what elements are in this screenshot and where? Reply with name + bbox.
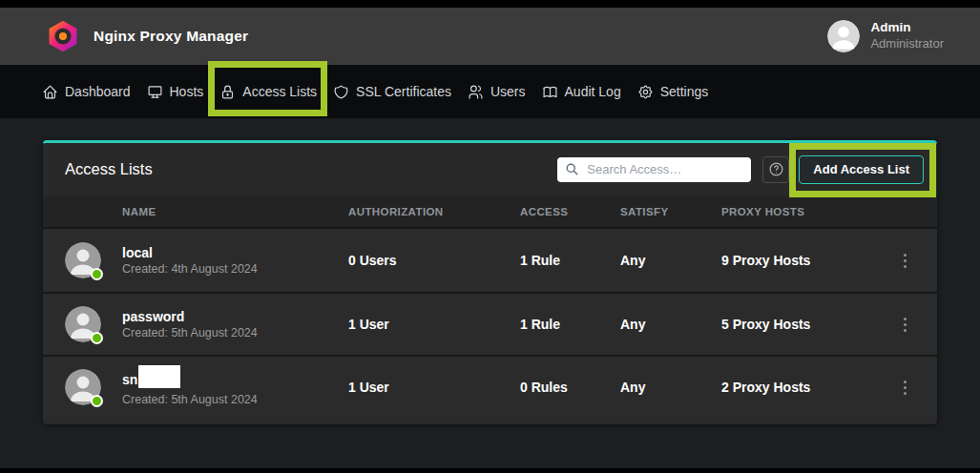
nav-item-ssl-certificates[interactable]: SSL Certificates — [333, 84, 451, 100]
satisfy-value: Any — [620, 253, 721, 268]
authorization-value: 1 User — [348, 380, 520, 395]
users-icon — [468, 84, 484, 100]
created-date: Created: 5th August 2024 — [122, 326, 348, 339]
nav-item-audit-log[interactable]: Audit Log — [542, 84, 621, 100]
row-actions-menu-icon[interactable] — [895, 248, 914, 273]
search-input[interactable] — [557, 157, 751, 182]
access-list-avatar — [65, 369, 101, 405]
redaction-box — [138, 365, 180, 388]
column-header-authorization: AUTHORIZATION — [348, 206, 520, 217]
access-list-name: sn — [122, 368, 348, 391]
row-actions-menu-icon[interactable] — [895, 312, 914, 337]
table-row: password Created: 5th August 2024 1 User… — [43, 292, 937, 355]
shield-icon — [333, 84, 349, 100]
nav-item-access-lists[interactable]: Access Lists — [219, 84, 317, 100]
panel-header: Access Lists Add Access List — [43, 143, 937, 195]
app-title: Nginx Proxy Manager — [94, 28, 248, 45]
book-icon — [542, 84, 558, 100]
proxy-hosts-value: 9 Proxy Hosts — [721, 253, 893, 268]
help-circle-icon — [768, 161, 784, 177]
nav-item-users[interactable]: Users — [468, 84, 526, 100]
column-header-satisfy: SATISFY — [620, 206, 721, 217]
column-header-access: ACCESS — [520, 206, 620, 217]
monitor-icon — [147, 84, 163, 100]
user-name: Admin — [870, 20, 944, 36]
created-date: Created: 5th August 2024 — [122, 393, 348, 406]
proxy-hosts-value: 5 Proxy Hosts — [721, 317, 893, 332]
main-nav: Dashboard Hosts Access Lists SSL Certifi… — [0, 65, 980, 118]
home-icon — [42, 84, 58, 100]
column-header-name: NAME — [122, 206, 348, 217]
search-icon — [565, 162, 579, 176]
proxy-hosts-value: 2 Proxy Hosts — [721, 380, 893, 395]
status-online-dot — [91, 332, 103, 344]
access-list-avatar — [65, 306, 101, 342]
status-online-dot — [91, 268, 103, 280]
table-row: local Created: 4th August 2024 0 Users 1… — [43, 229, 937, 292]
authorization-value: 0 Users — [348, 253, 520, 268]
access-value: 0 Rules — [520, 380, 620, 395]
row-actions-menu-icon[interactable] — [895, 375, 914, 400]
help-button[interactable] — [762, 156, 789, 183]
user-role: Administrator — [870, 36, 944, 51]
user-avatar — [827, 20, 860, 52]
table-row: sn Created: 5th August 2024 1 User 0 Rul… — [43, 355, 937, 418]
gear-icon — [637, 84, 654, 100]
app-header: Nginx Proxy Manager Admin Administrator — [0, 8, 980, 65]
add-access-list-button[interactable]: Add Access List — [799, 155, 924, 184]
nav-item-dashboard[interactable]: Dashboard — [42, 84, 131, 100]
column-header-proxy-hosts: PROXY HOSTS — [721, 206, 893, 217]
nav-item-hosts[interactable]: Hosts — [147, 84, 204, 100]
user-menu[interactable]: Admin Administrator — [827, 20, 944, 52]
satisfy-value: Any — [620, 380, 721, 395]
created-date: Created: 4th August 2024 — [122, 262, 348, 276]
screen: Nginx Proxy Manager Admin Administrator … — [0, 0, 980, 473]
access-list-name: password — [122, 309, 348, 324]
nginx-proxy-manager-logo-icon — [46, 19, 80, 53]
nav-item-settings[interactable]: Settings — [637, 84, 709, 100]
access-value: 1 Rule — [520, 253, 620, 268]
page-content: Access Lists Add Access List NAME AUTHOR… — [0, 118, 980, 468]
table-header: NAME AUTHORIZATION ACCESS SATISFY PROXY … — [43, 195, 937, 229]
access-lists-panel: Access Lists Add Access List NAME AUTHOR… — [43, 140, 937, 424]
search-box — [557, 157, 751, 182]
lock-icon — [219, 84, 236, 100]
access-list-name: local — [122, 245, 348, 260]
access-list-avatar — [65, 242, 101, 278]
access-value: 1 Rule — [520, 317, 620, 332]
status-online-dot — [91, 395, 103, 407]
authorization-value: 1 User — [348, 317, 520, 332]
panel-title: Access Lists — [65, 160, 557, 178]
satisfy-value: Any — [620, 317, 721, 332]
